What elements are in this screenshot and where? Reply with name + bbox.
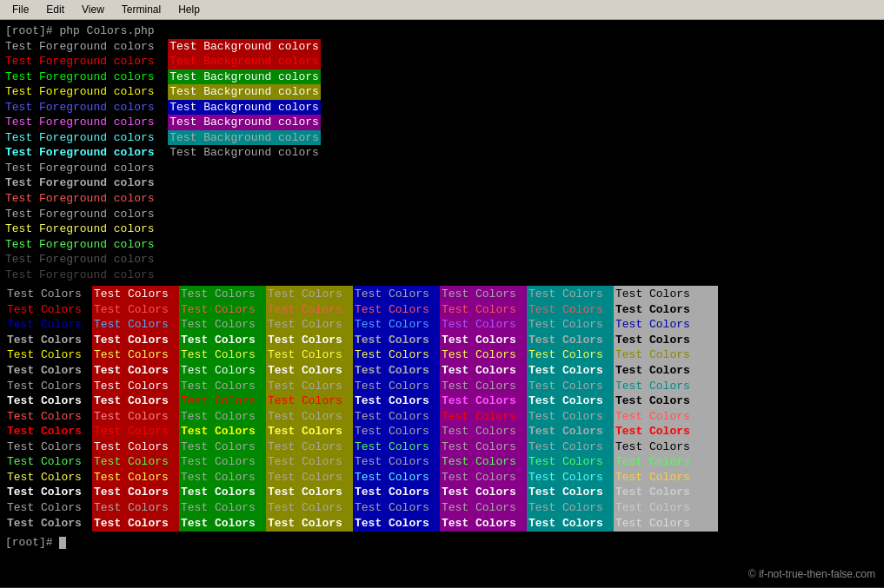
output-line-12: Test Foreground colors — [5, 207, 879, 222]
output-line-13: Test Foreground colors — [5, 221, 879, 237]
command-line: [root]# php Colors.php — [5, 23, 879, 39]
output-line-9: Test Foreground colors — [5, 161, 879, 176]
output-line-15: Test Foreground colors — [5, 252, 879, 268]
block-red: Test Colors Test Colors Test Colors Test… — [92, 286, 179, 532]
block-green: Test Colors Test Colors Test Colors Test… — [179, 286, 266, 532]
output-line-8: Test Foreground colors Test Background c… — [5, 145, 879, 161]
block-cyan: Test Colors Test Colors Test Colors Test… — [527, 286, 614, 532]
output-line-10: Test Foreground colors — [5, 175, 879, 191]
cursor — [59, 537, 66, 549]
block-black: Test Colors Test Colors Test Colors Test… — [5, 286, 92, 532]
output-line-14: Test Foreground colors — [5, 237, 879, 253]
block-yellow: Test Colors Test Colors Test Colors Test… — [266, 286, 353, 532]
block-blue: Test Colors Test Colors Test Colors Test… — [353, 286, 440, 532]
menu-view[interactable]: View — [75, 2, 111, 17]
menu-terminal[interactable]: Terminal — [115, 2, 168, 17]
output-line-4: Test Foreground colors Test Background c… — [5, 84, 879, 100]
output-line-16: Test Foreground colors — [5, 268, 879, 283]
block-magenta: Test Colors Test Colors Test Colors Test… — [440, 286, 527, 532]
output-line-6: Test Foreground colors Test Background c… — [5, 115, 879, 130]
output-line-5: Test Foreground colors Test Background c… — [5, 100, 879, 116]
output-line-11: Test Foreground colors — [5, 191, 879, 207]
menu-file[interactable]: File — [5, 2, 36, 17]
menubar: File Edit View Terminal Help — [0, 0, 884, 20]
color-blocks-area: Test Colors Test Colors Test Colors Test… — [5, 286, 879, 532]
menu-help[interactable]: Help — [171, 2, 207, 17]
menu-edit[interactable]: Edit — [39, 2, 71, 17]
output-line-1: Test Foreground colors Test Background c… — [5, 39, 879, 55]
output-line-3: Test Foreground colors Test Background c… — [5, 69, 879, 85]
output-line-2: Test Foreground colors Test Background c… — [5, 54, 879, 69]
output-line-7: Test Foreground colors Test Background c… — [5, 130, 879, 146]
watermark: © if-not-true-then-false.com — [748, 568, 875, 580]
prompt-line: [root]# — [5, 535, 879, 551]
block-white: Test Colors Test Colors Test Colors Test… — [614, 286, 718, 532]
terminal: [root]# php Colors.php Test Foreground c… — [0, 20, 884, 587]
